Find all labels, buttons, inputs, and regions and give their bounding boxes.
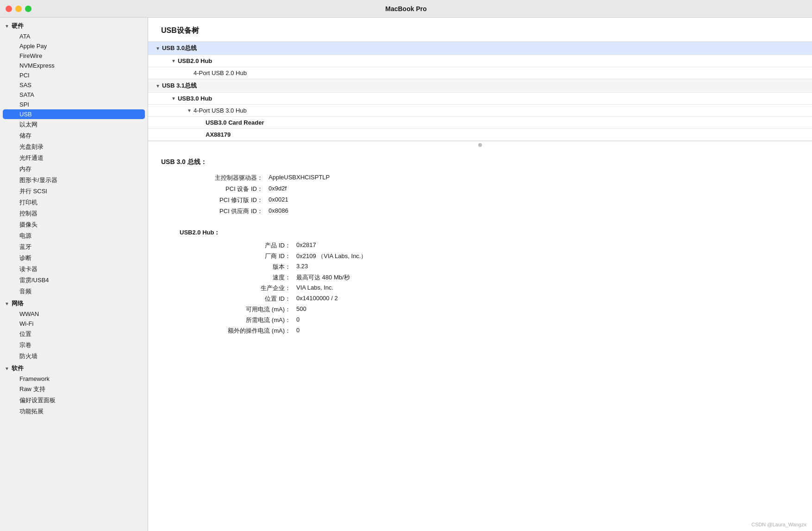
network-chevron-icon: ▼ xyxy=(5,301,9,306)
selected-section-title: USB 3.0 总线： xyxy=(161,158,799,166)
sidebar-item-诊断[interactable]: 诊断 xyxy=(0,253,148,264)
tree-item-label: USB3.0 Hub xyxy=(178,95,212,102)
tree-chevron-icon: ▼ xyxy=(156,46,160,51)
hardware-group-header[interactable]: ▼ 硬件 xyxy=(0,20,148,32)
tree-item[interactable]: ▼USB2.0 Hub xyxy=(148,55,812,67)
sidebar-item-电源[interactable]: 电源 xyxy=(0,230,148,241)
sub-detail-value: 0x14100000 / 2 xyxy=(296,295,799,303)
window-controls xyxy=(6,6,31,12)
sub-detail-value: 0 xyxy=(296,327,799,335)
sidebar-item-Framework[interactable]: Framework xyxy=(0,374,148,384)
detail-value: 0x8086 xyxy=(269,207,799,215)
software-section: ▼ 软件 FrameworkRaw 支持偏好设置面板功能拓展 xyxy=(0,363,148,417)
sidebar-item-ATA[interactable]: ATA xyxy=(0,32,148,41)
tree-item-label: 4-Port USB 2.0 Hub xyxy=(194,70,247,76)
tree-item-label: USB 3.0总线 xyxy=(162,44,197,52)
sidebar-item-储存[interactable]: 储存 xyxy=(0,130,148,141)
sub-detail-label: 可用电流 (mA)： xyxy=(189,305,291,314)
tree-rows: ▼USB 3.0总线▼USB2.0 Hub4-Port USB 2.0 Hub▼… xyxy=(148,42,812,141)
sub-detail-label: 速度： xyxy=(189,273,291,282)
sidebar-item-功能拓展[interactable]: 功能拓展 xyxy=(0,406,148,417)
network-group-label: 网络 xyxy=(12,299,24,308)
sidebar-item-PCI[interactable]: PCI xyxy=(0,70,148,80)
window-title: MacBook Pro xyxy=(385,5,426,13)
sidebar-item-图形卡/显示器[interactable]: 图形卡/显示器 xyxy=(0,175,148,186)
tree-item-label: USB3.0 Card Reader xyxy=(206,119,264,126)
hardware-section: ▼ 硬件 ATAApple PayFireWireNVMExpressPCISA… xyxy=(0,20,148,297)
tree-chevron-icon: ▼ xyxy=(171,96,176,101)
sidebar-item-位置[interactable]: 位置 xyxy=(0,329,148,340)
sidebar-item-打印机[interactable]: 打印机 xyxy=(0,197,148,208)
sidebar-item-USB[interactable]: USB xyxy=(3,109,145,119)
detail-value: 0x9d2f xyxy=(269,185,799,193)
sidebar-item-SATA[interactable]: SATA xyxy=(0,90,148,100)
detail-label: 主控制器驱动器： xyxy=(161,174,263,182)
sidebar-item-并行 SCSI[interactable]: 并行 SCSI xyxy=(0,186,148,197)
sidebar-item-音频[interactable]: 音频 xyxy=(0,286,148,297)
network-group-header[interactable]: ▼ 网络 xyxy=(0,298,148,309)
sidebar-item-WWAN[interactable]: WWAN xyxy=(0,309,148,319)
watermark: CSDN @Laura_Wangzx xyxy=(751,522,806,527)
sub-detail-label: 额外的操作电流 (mA)： xyxy=(189,327,291,335)
maximize-button[interactable] xyxy=(25,6,31,12)
sidebar-item-光盘刻录[interactable]: 光盘刻录 xyxy=(0,141,148,152)
close-button[interactable] xyxy=(6,6,12,12)
minimize-button[interactable] xyxy=(15,6,22,12)
tree-item[interactable]: AX88179 xyxy=(148,129,812,141)
sidebar-item-防火墙[interactable]: 防火墙 xyxy=(0,351,148,362)
sidebar-item-光纤通道[interactable]: 光纤通道 xyxy=(0,152,148,164)
tree-chevron-icon: ▼ xyxy=(187,108,192,113)
main-content: ▼ 硬件 ATAApple PayFireWireNVMExpressPCISA… xyxy=(0,18,812,531)
sidebar-item-SPI[interactable]: SPI xyxy=(0,100,148,109)
sidebar-item-以太网[interactable]: 以太网 xyxy=(0,119,148,130)
main-detail-grid: 主控制器驱动器：AppleUSBXHCISPTLPPCI 设备 ID：0x9d2… xyxy=(161,174,799,215)
sub-section-title: USB2.0 Hub： xyxy=(180,228,799,237)
sidebar-item-NVMExpress[interactable]: NVMExpress xyxy=(0,61,148,70)
sidebar-item-雷雳/USB4[interactable]: 雷雳/USB4 xyxy=(0,275,148,286)
detail-section: USB 3.0 总线： 主控制器驱动器：AppleUSBXHCISPTLPPCI… xyxy=(148,149,812,531)
tree-item[interactable]: USB3.0 Card Reader xyxy=(148,117,812,129)
sub-detail-value: 3.23 xyxy=(296,263,799,271)
sidebar-item-控制器[interactable]: 控制器 xyxy=(0,208,148,219)
sidebar-item-摄像头[interactable]: 摄像头 xyxy=(0,219,148,230)
sub-detail-label: 厂商 ID： xyxy=(189,252,291,260)
hardware-chevron-icon: ▼ xyxy=(5,24,9,29)
sidebar-item-SAS[interactable]: SAS xyxy=(0,80,148,90)
sub-detail-value: 500 xyxy=(296,305,799,314)
sidebar-item-读卡器[interactable]: 读卡器 xyxy=(0,264,148,275)
detail-label: PCI 修订版 ID： xyxy=(161,196,263,204)
detail-label: PCI 供应商 ID： xyxy=(161,207,263,215)
tree-item[interactable]: ▼USB3.0 Hub xyxy=(148,93,812,105)
tree-item-label: USB 3.1总线 xyxy=(162,82,197,90)
tree-item[interactable]: ▼USB 3.0总线 xyxy=(148,42,812,55)
scroll-dot xyxy=(478,143,482,147)
sidebar-item-偏好设置面板[interactable]: 偏好设置面板 xyxy=(0,395,148,406)
tree-item-label: AX88179 xyxy=(206,131,231,138)
sub-detail-label: 产品 ID： xyxy=(189,241,291,250)
scrollbar-indicator xyxy=(148,141,812,149)
sidebar-item-Raw 支持[interactable]: Raw 支持 xyxy=(0,384,148,395)
tree-item[interactable]: ▼4-Port USB 3.0 Hub xyxy=(148,105,812,117)
sub-detail-label: 位置 ID： xyxy=(189,295,291,303)
sidebar-item-内存[interactable]: 内存 xyxy=(0,164,148,175)
hardware-items-list: ATAApple PayFireWireNVMExpressPCISASSATA… xyxy=(0,32,148,297)
software-group-label: 软件 xyxy=(12,364,24,373)
sub-detail-value: 0 xyxy=(296,316,799,324)
sidebar-item-宗卷[interactable]: 宗卷 xyxy=(0,340,148,351)
sub-detail-value: 0x2109 （VIA Labs, Inc.） xyxy=(296,252,799,260)
sidebar-item-蓝牙[interactable]: 蓝牙 xyxy=(0,241,148,253)
panel-header: USB设备树 xyxy=(148,18,812,42)
sidebar-item-Apple Pay[interactable]: Apple Pay xyxy=(0,41,148,51)
tree-item[interactable]: ▼USB 3.1总线 xyxy=(148,79,812,93)
sub-detail-label: 所需电流 (mA)： xyxy=(189,316,291,324)
sidebar-item-FireWire[interactable]: FireWire xyxy=(0,51,148,61)
tree-item-label: USB2.0 Hub xyxy=(178,57,212,64)
software-group-header[interactable]: ▼ 软件 xyxy=(0,363,148,374)
tree-item[interactable]: 4-Port USB 2.0 Hub xyxy=(148,67,812,79)
detail-label: PCI 设备 ID： xyxy=(161,185,263,193)
sidebar-item-Wi-Fi[interactable]: Wi-Fi xyxy=(0,319,148,329)
sub-detail-label: 版本： xyxy=(189,263,291,271)
sub-detail-value: 最高可达 480 Mb/秒 xyxy=(296,273,799,282)
software-items-list: FrameworkRaw 支持偏好设置面板功能拓展 xyxy=(0,374,148,417)
network-section: ▼ 网络 WWANWi-Fi位置宗卷防火墙 xyxy=(0,298,148,362)
